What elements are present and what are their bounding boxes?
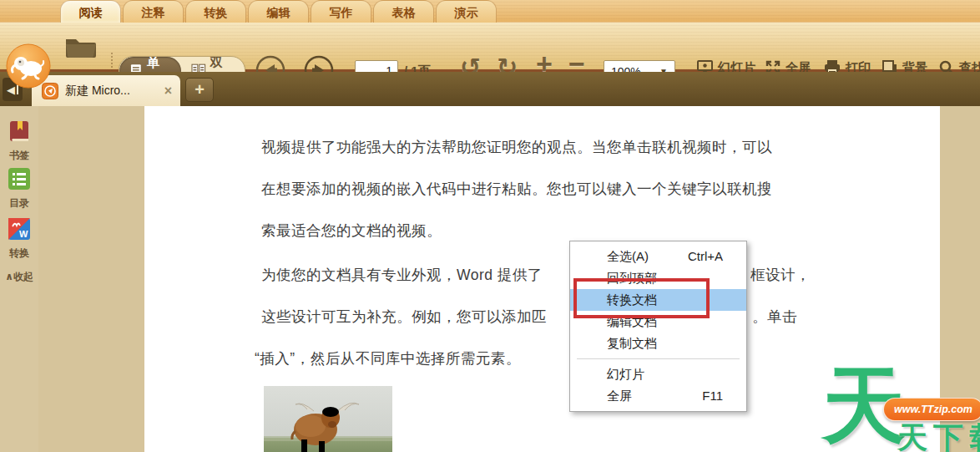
new-tab-button[interactable]: + [185, 78, 214, 102]
doc-text-line: 索最适合您的文档的视频。 [261, 221, 442, 241]
menu-item-slideshow[interactable]: 幻灯片 [570, 363, 746, 385]
ribbon-tab-strip: 阅读 注释 转换 编辑 写作 表格 演示 [0, 0, 980, 23]
menu-item-edit-document[interactable]: 编辑文档 [570, 311, 746, 333]
menu-item-copy-document[interactable]: 复制文档 [570, 333, 746, 354]
menu-item-label: 回到顶部 [607, 267, 657, 289]
menu-item-label: 复制文档 [607, 333, 657, 354]
main-toolbar: 单页 双页 [0, 23, 980, 72]
tab-read[interactable]: 阅读 [60, 0, 121, 23]
site-watermark: 天 www.TTzip.com 天下载 [822, 378, 980, 452]
bookmark-icon [7, 119, 32, 144]
menu-item-label: 全选(A) [607, 246, 649, 267]
folder-icon [62, 31, 100, 63]
sidebar-convert-label: 转换 [0, 246, 38, 261]
open-file-button[interactable] [62, 31, 100, 66]
pdf-reader-window: 阅读 注释 转换 编辑 写作 表格 演示 [0, 0, 980, 452]
doc-text-line: 视频提供了功能强大的方法帮助您证明您的观点。当您单击联机视频时，可以 [261, 137, 772, 157]
doc-text-line: 为使您的文档具有专业外观，Word 提供了 [261, 265, 543, 285]
tab-write[interactable]: 写作 [311, 0, 371, 23]
toc-icon [7, 166, 32, 191]
tab-present[interactable]: 演示 [436, 0, 497, 23]
tab-annotate[interactable]: 注释 [123, 0, 184, 23]
menu-item-label: 全屏 [607, 385, 632, 407]
doc-text-line: 。单击 [752, 307, 797, 327]
left-sidebar: 书签 目录 W [0, 106, 38, 452]
menu-item-convert-document[interactable]: 转换文档 [570, 289, 746, 311]
ribbon-tabs: 阅读 注释 转换 编辑 写作 表格 演示 [60, 0, 498, 23]
sidebar-item-toc[interactable]: 目录 [0, 166, 38, 211]
doc-text-line: 这些设计可互为补充。例如，您可以添加匹 [261, 307, 547, 327]
menu-separator [577, 358, 740, 359]
doc-text-line: “插入”，然后从不同库中选择所需元素。 [255, 348, 521, 368]
doc-text-line: 在想要添加的视频的嵌入代码中进行粘贴。您也可以键入一个关键字以联机搜 [261, 179, 772, 199]
cow-photo [264, 386, 392, 452]
doc-text-line: 框设计， [750, 265, 811, 285]
chevron-up-icon: ∧ [5, 271, 13, 282]
context-menu: 全选(A) Ctrl+A 回到顶部 转换文档 编辑文档 复制文档 幻灯片 全屏 … [569, 241, 747, 412]
tab-table[interactable]: 表格 [373, 0, 434, 23]
menu-item-fullscreen[interactable]: 全屏 F11 [570, 385, 746, 407]
menu-item-label: 转换文档 [607, 289, 657, 311]
menu-item-back-to-top[interactable]: 回到顶部 [570, 267, 746, 289]
sidebar-item-convert[interactable]: W 转换 [0, 216, 38, 261]
sidebar-item-bookmarks[interactable]: 书签 [0, 119, 38, 163]
menu-item-select-all[interactable]: 全选(A) Ctrl+A [570, 246, 746, 267]
content-area: 书签 目录 W [0, 106, 980, 452]
close-tab-icon[interactable]: × [164, 84, 172, 99]
document-tab-bar: ◀ 新建 Micro... × + [0, 72, 980, 106]
sidebar-bookmarks-label: 书签 [0, 149, 38, 163]
watermark-site-name: 天下载 [897, 418, 980, 452]
document-tab[interactable]: 新建 Micro... × [32, 75, 180, 106]
menu-item-label: 幻灯片 [607, 363, 644, 385]
sidebar-collapse-button[interactable]: ∧收起 [0, 270, 38, 284]
tab-convert[interactable]: 转换 [185, 0, 246, 23]
menu-item-label: 编辑文档 [607, 311, 657, 333]
sidebar-toc-label: 目录 [0, 196, 38, 211]
sidebar-collapse-label: 收起 [13, 271, 33, 282]
elephant-logo-icon [5, 43, 52, 89]
tab-edit[interactable]: 编辑 [248, 0, 309, 23]
convert-icon: W [7, 216, 32, 241]
svg-text:W: W [19, 229, 28, 239]
menu-item-shortcut: Ctrl+A [688, 246, 723, 267]
document-tab-title: 新建 Micro... [65, 84, 164, 99]
menu-item-shortcut: F11 [702, 385, 723, 407]
app-logo[interactable] [5, 43, 52, 89]
